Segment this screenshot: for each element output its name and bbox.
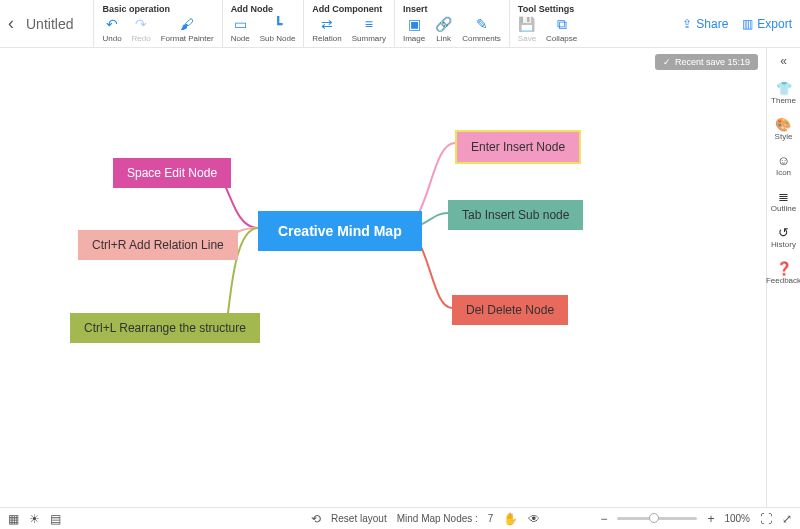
connectors-svg xyxy=(0,48,766,507)
sidebar-style[interactable]: 🎨Style xyxy=(775,114,793,144)
group-add-component-title: Add Component xyxy=(312,4,386,14)
save-icon: 💾 xyxy=(518,16,535,32)
sidebar-collapse-icon[interactable]: « xyxy=(780,54,787,68)
zoom-out-button[interactable]: − xyxy=(600,512,607,526)
hand-icon[interactable]: ✋ xyxy=(503,512,518,526)
view-icon-1[interactable]: ▦ xyxy=(8,512,19,526)
group-basic-title: Basic operation xyxy=(102,4,213,14)
group-add-component: Add Component ⇄Relation ≡Summary xyxy=(303,0,394,47)
history-icon: ↺ xyxy=(778,225,789,240)
theme-icon: 👕 xyxy=(776,81,792,96)
node-right-2[interactable]: Tab Insert Sub node xyxy=(448,200,583,230)
node-right-3[interactable]: Del Delete Node xyxy=(452,295,568,325)
summary-button[interactable]: ≡Summary xyxy=(352,16,386,43)
share-button[interactable]: ⇪Share xyxy=(682,17,728,31)
comments-icon: ✎ xyxy=(476,16,488,32)
insert-image-button[interactable]: ▣Image xyxy=(403,16,425,43)
redo-icon: ↷ xyxy=(135,16,147,32)
node-icon: ▭ xyxy=(234,16,247,32)
style-icon: 🎨 xyxy=(775,117,791,132)
feedback-icon: ❓ xyxy=(776,261,792,276)
group-tool-settings: Tool Settings 💾Save ⧉Collapse xyxy=(509,0,585,47)
group-insert: Insert ▣Image 🔗Link ✎Comments xyxy=(394,0,509,47)
export-icon: ▥ xyxy=(742,17,753,31)
image-icon: ▣ xyxy=(408,16,421,32)
back-button[interactable]: ‹ xyxy=(8,13,14,34)
relation-button[interactable]: ⇄Relation xyxy=(312,16,341,43)
zoom-thumb[interactable] xyxy=(649,513,659,523)
icon-icon: ☺ xyxy=(777,153,790,168)
sidebar-feedback[interactable]: ❓Feedback xyxy=(766,258,800,288)
comments-button[interactable]: ✎Comments xyxy=(462,16,501,43)
sidebar-theme[interactable]: 👕Theme xyxy=(771,78,796,108)
mindmap-canvas[interactable]: ✓Recent save 15:19 Creative Mind Map Ent… xyxy=(0,48,766,507)
collapse-button[interactable]: ⧉Collapse xyxy=(546,16,577,43)
eye-icon[interactable]: 👁 xyxy=(528,512,540,526)
view-icon-2[interactable]: ☀ xyxy=(29,512,40,526)
group-basic: Basic operation ↶Undo ↷Redo 🖌Format Pain… xyxy=(93,0,221,47)
outline-icon: ≣ xyxy=(778,189,789,204)
add-subnode-button[interactable]: ┗Sub Node xyxy=(260,16,296,43)
sidebar-history[interactable]: ↺History xyxy=(771,222,796,252)
view-icon-3[interactable]: ▤ xyxy=(50,512,61,526)
clock-icon: ✓ xyxy=(663,57,671,67)
fit-icon[interactable]: ⛶ xyxy=(760,512,772,526)
brush-icon: 🖌 xyxy=(180,16,194,32)
node-left-3[interactable]: Ctrl+L Rearrange the structure xyxy=(70,313,260,343)
zoom-level: 100% xyxy=(724,513,750,524)
relation-icon: ⇄ xyxy=(321,16,333,32)
fullscreen-icon[interactable]: ⤢ xyxy=(782,512,792,526)
nodes-count: 7 xyxy=(488,513,494,524)
group-add-node: Add Node ▭Node ┗Sub Node xyxy=(222,0,304,47)
save-button[interactable]: 💾Save xyxy=(518,16,536,43)
sidebar-icon[interactable]: ☺Icon xyxy=(776,150,791,180)
export-button[interactable]: ▥Export xyxy=(742,17,792,31)
center-node[interactable]: Creative Mind Map xyxy=(258,211,422,251)
nodes-label: Mind Map Nodes : xyxy=(397,513,478,524)
doc-title[interactable]: Untitled xyxy=(26,16,73,32)
node-left-1[interactable]: Space Edit Node xyxy=(113,158,231,188)
zoom-slider[interactable] xyxy=(617,517,697,520)
zoom-in-button[interactable]: + xyxy=(707,512,714,526)
reset-layout-label[interactable]: Reset layout xyxy=(331,513,387,524)
sidebar-outline[interactable]: ≣Outline xyxy=(771,186,796,216)
collapse-icon: ⧉ xyxy=(557,16,567,32)
right-sidebar: « 👕Theme 🎨Style ☺Icon ≣Outline ↺History … xyxy=(766,48,800,507)
group-add-node-title: Add Node xyxy=(231,4,296,14)
undo-icon: ↶ xyxy=(106,16,118,32)
node-right-1[interactable]: Enter Insert Node xyxy=(455,130,581,164)
redo-button[interactable]: ↷Redo xyxy=(132,16,151,43)
add-node-button[interactable]: ▭Node xyxy=(231,16,250,43)
undo-button[interactable]: ↶Undo xyxy=(102,16,121,43)
bottom-bar: ▦ ☀ ▤ ⟲ Reset layout Mind Map Nodes : 7 … xyxy=(0,507,800,529)
top-toolbar: ‹ Untitled Basic operation ↶Undo ↷Redo 🖌… xyxy=(0,0,800,48)
format-painter-button[interactable]: 🖌Format Painter xyxy=(161,16,214,43)
insert-link-button[interactable]: 🔗Link xyxy=(435,16,452,43)
node-left-2[interactable]: Ctrl+R Add Relation Line xyxy=(78,230,238,260)
group-insert-title: Insert xyxy=(403,4,501,14)
reset-layout-icon[interactable]: ⟲ xyxy=(311,512,321,526)
link-icon: 🔗 xyxy=(435,16,452,32)
group-tool-settings-title: Tool Settings xyxy=(518,4,577,14)
summary-icon: ≡ xyxy=(365,16,373,32)
recent-save-badge: ✓Recent save 15:19 xyxy=(655,54,758,70)
share-icon: ⇪ xyxy=(682,17,692,31)
subnode-icon: ┗ xyxy=(274,16,282,32)
